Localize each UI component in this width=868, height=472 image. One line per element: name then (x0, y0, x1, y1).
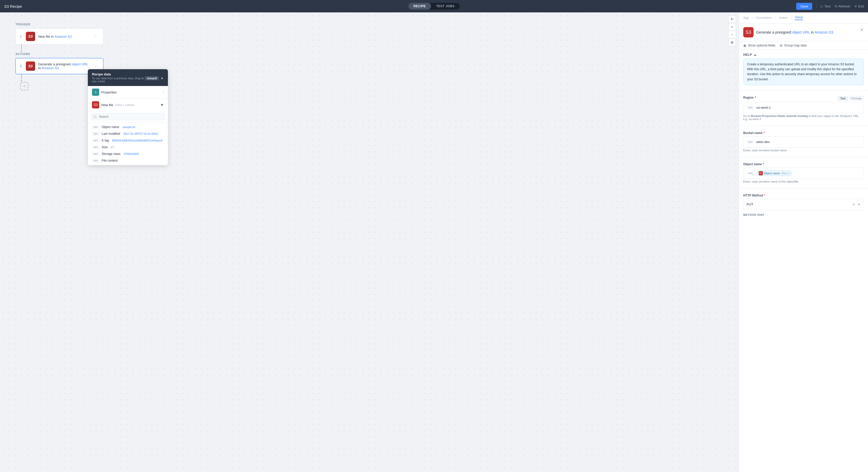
connector-line-1 (21, 44, 22, 50)
canvas-refresh-button[interactable]: ↻ (728, 15, 736, 23)
bucket-name-label: Bucket name * (743, 131, 864, 135)
newfile-icon: S3 (92, 101, 99, 108)
breadcrumb-setup[interactable]: Setup (795, 15, 803, 20)
topbar-actions: Save ▷ Test ↻ Refresh ✕ Exit (796, 3, 864, 10)
rdp-subtitle: To use data from a previous step, drag i… (92, 77, 160, 83)
region-label: Region * (743, 96, 756, 99)
http-method-label: HTTP Method * (743, 194, 864, 197)
object-type-badge: ABC (747, 171, 754, 175)
rdp-collapse-button[interactable]: ▲ (160, 76, 164, 80)
object-name-pill: S3 Object name Step 1 (756, 170, 792, 176)
topbar: S3 Recipe RECIPE TEST JOBS Save ▷ Test ↻… (0, 0, 868, 12)
test-icon: ▷ (821, 4, 823, 8)
http-method-field-section: HTTP Method * PUT ✕ ▼ METHOD HINT (739, 191, 868, 219)
rdp-properties-section: ≡ Properties › (88, 86, 168, 99)
exit-button[interactable]: ✕ Exit (854, 4, 864, 8)
bucket-name-input[interactable]: ABC wkto-dev (743, 136, 864, 148)
rdp-newfile-header[interactable]: S3 New file (Step 1 output) ▼ (88, 99, 168, 111)
breadcrumb-action[interactable]: Action (779, 16, 787, 20)
rdp-newfile-section: S3 New file (Step 1 output) ▼ ABC Object… (88, 99, 168, 165)
step-1-icon: S3 (26, 32, 35, 41)
refresh-button[interactable]: ↻ Refresh (835, 4, 850, 8)
select-controls: ✕ ▼ (852, 202, 861, 207)
save-button[interactable]: Save (796, 3, 812, 10)
region-hint: Go to Bucket>Properties>Static website h… (743, 115, 864, 121)
http-method-select[interactable]: PUT ✕ ▼ (743, 199, 864, 210)
breadcrumb-arrow-2: → (774, 16, 777, 20)
list-item[interactable]: ABC Last modified 2017-01-09T07:19:33.00… (88, 130, 168, 137)
list-item[interactable]: ABC Size 17 (88, 144, 168, 151)
connector-arrow-1: ▼ (20, 50, 23, 53)
rdp-search (88, 111, 168, 123)
rdp-items-list: ABC Object name sample.txt ABC Last modi… (88, 123, 168, 165)
app-title: S3 Recipe (4, 4, 22, 8)
action-header: S3 Generate a presigned object URL in Am… (739, 24, 868, 41)
bucket-type-badge: ABC (747, 140, 754, 144)
close-panel-button[interactable]: ✕ (860, 27, 864, 33)
breadcrumb-arrow-1: → (751, 16, 754, 20)
step-2-icon: S3 (26, 61, 35, 71)
text-mode-button[interactable]: Text (838, 96, 847, 101)
step-1-num: 1 (20, 35, 22, 38)
help-content: Create a temporary authenticated URL to … (743, 59, 864, 85)
tab-recipe[interactable]: RECIPE (408, 3, 431, 9)
region-type-badge: ABC (747, 106, 754, 109)
canvas-zoom-out-button[interactable]: − (728, 31, 736, 38)
help-toggle-button[interactable]: HELP ▲ (743, 53, 864, 57)
step-1-more-button[interactable]: ··· (92, 34, 99, 39)
region-field-row: Region * Text Formula (743, 96, 864, 101)
close-icon: ✕ (854, 4, 857, 8)
main-layout: ↻ + − ⊕ TRIGGER 1 S3 New file in Amazon … (0, 12, 868, 472)
region-required-mark: * (755, 96, 756, 99)
canvas: ↻ + − ⊕ TRIGGER 1 S3 New file in Amazon … (0, 12, 739, 472)
rdp-title: Recipe data (92, 72, 160, 76)
newfile-chevron-icon: ▼ (160, 103, 164, 107)
list-item[interactable]: ABC Storage class STANDARD (88, 151, 168, 157)
formula-mode-button[interactable]: Formula (849, 96, 864, 101)
datapill-label: datapill (145, 76, 159, 80)
connector-arrow-2: ▼ (20, 79, 23, 82)
rdp-properties-header[interactable]: ≡ Properties › (88, 86, 168, 98)
region-input[interactable]: ABC us-west-1 (743, 102, 864, 113)
actions-label: ACTIONS (16, 53, 30, 56)
tab-test-jobs[interactable]: TEST JOBS (431, 3, 460, 9)
bucket-name-hint: Exact, case sensitive bucket name (743, 149, 864, 152)
group-map-data-button[interactable]: ⊞ Group map data (780, 43, 807, 48)
search-input[interactable] (91, 113, 165, 120)
region-field-section: Region * Text Formula ABC us-west-1 Go t… (739, 93, 868, 124)
bucket-name-field-section: Bucket name * ABC wkto-dev Exact, case s… (739, 128, 868, 155)
canvas-fit-button[interactable]: ⊕ (728, 39, 736, 46)
breadcrumb-arrow-3: → (789, 16, 793, 20)
recipe-data-panel: Recipe data To use data from a previous … (88, 69, 168, 165)
clear-method-button[interactable]: ✕ (852, 202, 855, 207)
list-item[interactable]: ABC File content (88, 157, 168, 164)
grid-icon: ⊞ (780, 43, 783, 48)
pill-s3-icon: S3 (759, 171, 763, 175)
show-optional-fields-button[interactable]: ◉ Show optional fields (743, 43, 776, 48)
step-1-text: New file in Amazon S3 (38, 35, 89, 38)
step-1-card[interactable]: 1 S3 New file in Amazon S3 ··· (16, 28, 103, 44)
eye-icon: ◉ (743, 43, 746, 48)
step-2-num: 2 (20, 64, 22, 68)
object-name-hint: Exact, case sensitive name of the object… (743, 180, 864, 183)
bucket-name-required-mark: * (764, 131, 765, 135)
breadcrumb-app[interactable]: App (743, 16, 749, 20)
rdp-header: Recipe data To use data from a previous … (88, 69, 168, 86)
breadcrumb-connection[interactable]: Connection (756, 16, 772, 20)
connector-1: ▼ (20, 44, 23, 53)
optional-bar: ◉ Show optional fields ⊞ Group map data (739, 41, 868, 50)
object-name-required-mark: * (763, 162, 764, 166)
step-2-more-button[interactable]: ··· (92, 63, 99, 69)
rdp-newfile-title: S3 New file (Step 1 output) (92, 101, 134, 108)
add-step-button[interactable]: + (20, 82, 28, 90)
object-name-input[interactable]: ABC S3 Object name Step 1 (743, 167, 864, 179)
rdp-header-content: Recipe data To use data from a previous … (92, 72, 160, 83)
list-item[interactable]: ABC E tag 8903014d0b4942a1b005d8051b45ae… (88, 137, 168, 144)
connector-line-2 (21, 74, 22, 79)
http-method-required-mark: * (764, 194, 766, 197)
list-item[interactable]: ABC Object name sample.txt (88, 124, 168, 130)
test-button[interactable]: ▷ Test (821, 4, 831, 8)
connector-2: ▼ (20, 74, 23, 82)
canvas-zoom-in-button[interactable]: + (728, 23, 736, 30)
tab-switcher: RECIPE TEST JOBS (408, 3, 460, 9)
